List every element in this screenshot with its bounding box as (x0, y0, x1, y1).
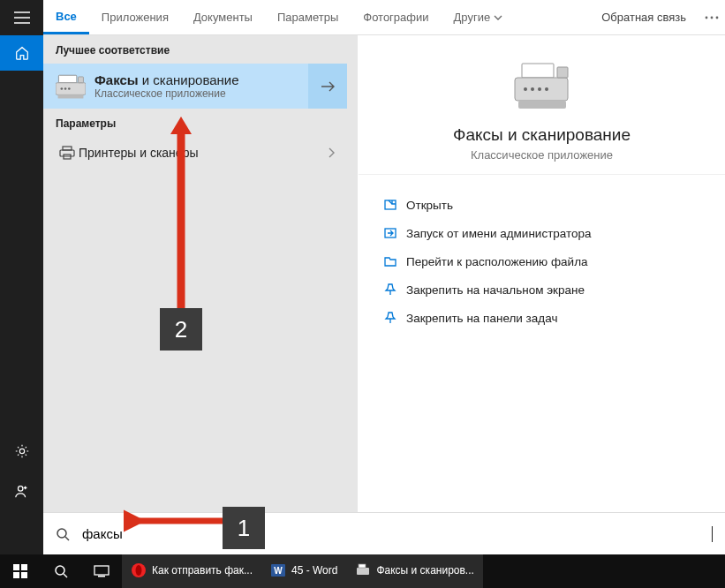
pin-taskbar-icon (383, 311, 406, 325)
svg-point-25 (57, 529, 66, 538)
best-match-item[interactable]: Факсы и сканирование Классическое прилож… (43, 64, 308, 109)
svg-point-2 (706, 16, 708, 19)
taskbar-item-word[interactable]: W 45 - Word (261, 554, 346, 588)
action-location-label: Перейти к расположению файла (406, 255, 700, 268)
chevron-right-icon (328, 147, 335, 158)
svg-point-19 (524, 87, 527, 91)
svg-point-9 (61, 87, 64, 90)
svg-rect-12 (63, 147, 72, 150)
tab-settings[interactable]: Параметры (265, 0, 351, 34)
pin-start-icon (383, 283, 406, 297)
opera-icon (131, 562, 147, 578)
best-match-header: Лучшее соответствие (43, 35, 347, 64)
tab-more[interactable]: Другие (442, 0, 516, 34)
svg-rect-37 (357, 568, 369, 575)
action-pin-start-label: Закрепить на начальном экране (406, 283, 700, 297)
svg-point-11 (68, 87, 71, 90)
home-button[interactable] (0, 35, 43, 71)
taskbar-opera-label: Как отправить фак... (152, 564, 253, 577)
open-icon (383, 198, 406, 212)
svg-rect-32 (98, 576, 105, 577)
taskbar: Как отправить фак... W 45 - Word Факсы и… (0, 554, 725, 588)
tab-photos[interactable]: Фотографии (351, 0, 441, 34)
preview-title: Факсы и сканирование (359, 125, 725, 145)
svg-rect-17 (518, 101, 566, 109)
svg-point-0 (19, 449, 24, 453)
taskbar-item-opera[interactable]: Как отправить фак... (122, 554, 261, 588)
svg-point-3 (711, 16, 714, 19)
svg-rect-13 (60, 150, 74, 156)
taskbar-fax-label: Факсы и сканиров... (376, 564, 473, 577)
svg-rect-7 (58, 94, 84, 98)
svg-rect-6 (56, 82, 86, 94)
action-admin-label: Запуск от имени администратора (406, 227, 700, 240)
svg-rect-27 (21, 564, 27, 570)
task-view-button[interactable] (81, 554, 122, 588)
svg-rect-18 (557, 67, 568, 78)
filter-tabs: Все Приложения Документы Параметры Фотог… (43, 0, 725, 35)
preview-subtitle: Классическое приложение (359, 148, 725, 162)
svg-rect-26 (13, 564, 19, 570)
svg-point-34 (136, 565, 142, 576)
setting-label: Принтеры и сканеры (79, 146, 328, 160)
tab-more-label: Другие (454, 11, 491, 24)
settings-rail-button[interactable] (0, 431, 43, 471)
svg-rect-8 (79, 76, 84, 82)
svg-point-1 (18, 486, 22, 491)
tab-apps[interactable]: Приложения (89, 0, 181, 34)
tab-docs[interactable]: Документы (181, 0, 265, 34)
chevron-down-icon (494, 15, 502, 20)
fax-small-icon (355, 562, 371, 578)
arrow-right-icon (320, 80, 336, 93)
action-pin-start[interactable]: Закрепить на начальном экране (383, 275, 700, 304)
best-match-subtitle: Классическое приложение (94, 87, 239, 100)
fax-large-icon (511, 62, 573, 111)
start-button[interactable] (0, 554, 41, 588)
action-pin-taskbar-label: Закрепить на панели задач (406, 312, 700, 325)
svg-rect-28 (13, 572, 19, 578)
more-options-button[interactable] (699, 0, 725, 34)
svg-rect-15 (522, 64, 554, 78)
settings-header: Параметры (43, 109, 347, 137)
account-rail-button[interactable] (0, 471, 43, 512)
svg-point-10 (64, 87, 67, 90)
action-open-label: Открыть (406, 199, 700, 212)
search-icon (56, 527, 70, 541)
admin-icon (383, 226, 406, 240)
best-match-title: Факсы и сканирование (94, 72, 239, 87)
printer-icon (56, 146, 79, 160)
action-run-admin[interactable]: Запуск от имени администратора (383, 219, 700, 247)
feedback-link[interactable]: Обратная связь (589, 0, 699, 34)
svg-text:W: W (274, 566, 283, 576)
hamburger-button[interactable] (0, 0, 43, 35)
tab-all[interactable]: Все (43, 0, 89, 34)
action-open[interactable]: Открыть (383, 191, 700, 219)
setting-printers-scanners[interactable]: Принтеры и сканеры (43, 137, 347, 169)
action-pin-taskbar[interactable]: Закрепить на панели задач (383, 304, 700, 332)
folder-icon (383, 254, 406, 268)
search-input[interactable] (82, 526, 714, 541)
preview-pane: Факсы и сканирование Классическое прилож… (359, 35, 725, 175)
svg-point-20 (531, 87, 534, 91)
svg-point-21 (538, 87, 541, 91)
svg-point-30 (56, 566, 64, 575)
search-box[interactable] (43, 512, 725, 554)
word-icon: W (270, 562, 286, 578)
taskbar-item-fax[interactable]: Факсы и сканиров... (346, 554, 482, 588)
svg-rect-29 (21, 572, 27, 578)
svg-rect-31 (94, 566, 109, 575)
svg-point-4 (716, 16, 719, 19)
svg-rect-38 (359, 564, 366, 568)
taskbar-word-label: 45 - Word (291, 564, 337, 577)
fax-icon (56, 73, 86, 100)
svg-rect-5 (58, 75, 76, 83)
svg-point-22 (545, 87, 548, 91)
taskbar-search-button[interactable] (41, 554, 81, 588)
action-file-location[interactable]: Перейти к расположению файла (383, 247, 700, 275)
best-match-expand-button[interactable] (308, 64, 347, 109)
